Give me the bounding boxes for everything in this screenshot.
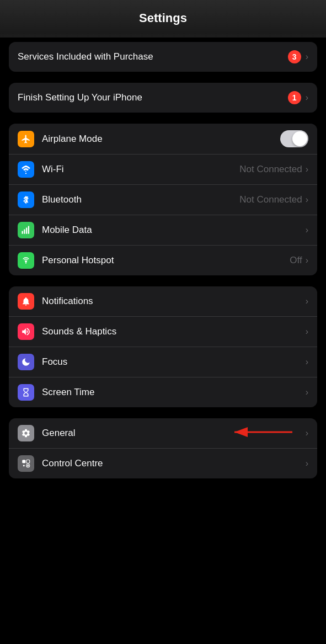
svg-rect-3 bbox=[28, 226, 29, 234]
toggle-knob bbox=[292, 131, 307, 146]
airplane-mode-row[interactable]: Airplane Mode bbox=[9, 124, 317, 155]
control-centre-chevron: › bbox=[306, 459, 308, 469]
bluetooth-icon bbox=[18, 191, 34, 208]
mobile-data-chevron: › bbox=[306, 225, 308, 235]
controls-svg bbox=[21, 459, 31, 469]
control-centre-label: Control Centre bbox=[42, 458, 306, 469]
focus-label: Focus bbox=[42, 356, 306, 368]
general-chevron: › bbox=[306, 428, 308, 438]
notifications-row[interactable]: Notifications › bbox=[9, 286, 317, 317]
services-included-row[interactable]: Services Included with Purchase 3 › bbox=[9, 42, 317, 72]
focus-chevron: › bbox=[306, 357, 308, 367]
personal-hotspot-chevron: › bbox=[306, 256, 308, 265]
svg-point-9 bbox=[23, 465, 25, 466]
sounds-haptics-label: Sounds & Haptics bbox=[42, 326, 306, 337]
setup-group: Finish Setting Up Your iPhone 1 › bbox=[9, 83, 317, 113]
hotspot-svg bbox=[21, 256, 31, 265]
system-group: Notifications › Sounds & Haptics › Focus… bbox=[9, 286, 317, 407]
control-centre-icon bbox=[18, 455, 34, 472]
screen-time-chevron: › bbox=[306, 387, 308, 397]
airplane-toggle[interactable] bbox=[280, 130, 308, 147]
gear-svg bbox=[21, 428, 31, 438]
bell-svg bbox=[21, 296, 31, 306]
personal-hotspot-value: Off bbox=[290, 255, 302, 266]
airplane-icon bbox=[18, 131, 34, 147]
bluetooth-chevron: › bbox=[306, 195, 308, 205]
bluetooth-row[interactable]: Bluetooth Not Connected › bbox=[9, 185, 317, 215]
finish-setup-chevron: › bbox=[306, 93, 308, 103]
svg-rect-0 bbox=[22, 231, 23, 234]
svg-rect-8 bbox=[26, 460, 30, 463]
signal-svg bbox=[21, 225, 31, 235]
wifi-svg bbox=[21, 164, 31, 174]
focus-row[interactable]: Focus › bbox=[9, 347, 317, 377]
screen-time-icon bbox=[18, 384, 34, 401]
bluetooth-svg bbox=[21, 195, 31, 205]
services-chevron: › bbox=[306, 52, 308, 62]
personal-hotspot-row[interactable]: Personal Hotspot Off › bbox=[9, 246, 317, 275]
general-row[interactable]: General › bbox=[9, 418, 317, 449]
services-group: Services Included with Purchase 3 › bbox=[9, 42, 317, 72]
svg-rect-1 bbox=[24, 230, 25, 234]
general-icon bbox=[18, 425, 34, 441]
svg-point-4 bbox=[25, 260, 27, 263]
bluetooth-value: Not Connected bbox=[239, 194, 302, 205]
hotspot-icon bbox=[18, 252, 34, 269]
moon-svg bbox=[21, 357, 31, 367]
mobile-data-label: Mobile Data bbox=[42, 225, 306, 236]
sounds-icon bbox=[18, 323, 34, 340]
wifi-icon bbox=[18, 161, 34, 178]
services-included-label: Services Included with Purchase bbox=[18, 51, 288, 62]
finish-setup-badge: 1 bbox=[288, 91, 301, 104]
services-badge: 3 bbox=[288, 50, 301, 63]
connectivity-group: Airplane Mode Wi-Fi Not Connected › Blue… bbox=[9, 124, 317, 275]
svg-rect-7 bbox=[22, 460, 25, 463]
personal-hotspot-label: Personal Hotspot bbox=[42, 255, 290, 266]
notifications-label: Notifications bbox=[42, 296, 306, 307]
finish-setup-row[interactable]: Finish Setting Up Your iPhone 1 › bbox=[9, 83, 317, 113]
svg-point-11 bbox=[27, 465, 29, 466]
sounds-haptics-row[interactable]: Sounds & Haptics › bbox=[9, 317, 317, 347]
hourglass-svg bbox=[21, 387, 31, 397]
mobile-data-icon bbox=[18, 222, 34, 238]
wifi-chevron: › bbox=[306, 164, 308, 174]
airplane-svg bbox=[21, 134, 31, 144]
mobile-data-row[interactable]: Mobile Data › bbox=[9, 215, 317, 246]
finish-setup-label: Finish Setting Up Your iPhone bbox=[18, 92, 288, 103]
wifi-value: Not Connected bbox=[239, 164, 302, 175]
screen-time-row[interactable]: Screen Time › bbox=[9, 377, 317, 407]
notifications-icon bbox=[18, 293, 34, 310]
svg-rect-2 bbox=[26, 228, 27, 234]
sounds-haptics-chevron: › bbox=[306, 327, 308, 337]
notifications-chevron: › bbox=[306, 296, 308, 306]
focus-icon bbox=[18, 354, 34, 370]
page-title: Settings bbox=[0, 0, 326, 34]
airplane-mode-label: Airplane Mode bbox=[42, 134, 276, 145]
sound-svg bbox=[21, 327, 31, 337]
general-label: General bbox=[42, 428, 306, 439]
wifi-label: Wi-Fi bbox=[42, 164, 239, 175]
screen-time-label: Screen Time bbox=[42, 387, 306, 398]
general-group: General › Control Cen bbox=[9, 418, 317, 478]
control-centre-row[interactable]: Control Centre › bbox=[9, 449, 317, 478]
bluetooth-label: Bluetooth bbox=[42, 194, 239, 205]
wifi-row[interactable]: Wi-Fi Not Connected › bbox=[9, 155, 317, 185]
svg-rect-5 bbox=[25, 262, 26, 264]
